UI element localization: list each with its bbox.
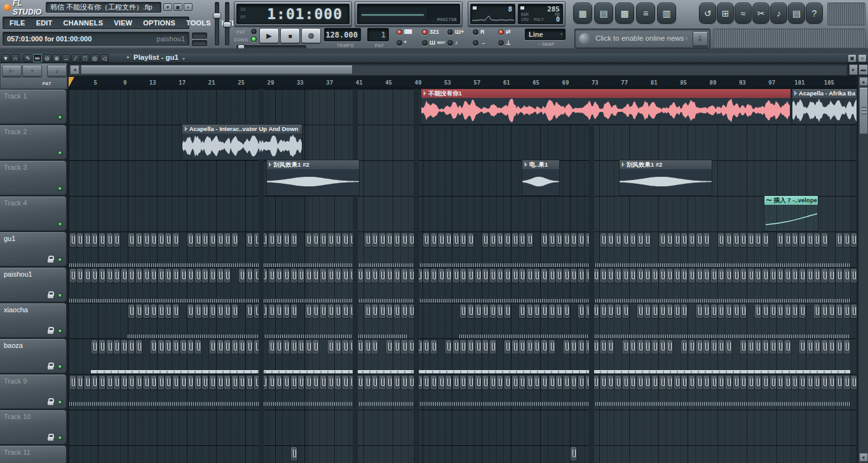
pattern-clip[interactable]: [822, 376, 827, 389]
metronome[interactable]: ♪: [447, 39, 458, 46]
pattern-clip[interactable]: [394, 340, 400, 354]
pattern-clip[interactable]: [158, 269, 164, 282]
step-sequencer-button[interactable]: ▤: [594, 3, 613, 24]
audio-clip[interactable]: ⊦ 刮风效果1 #2: [267, 160, 359, 195]
pl-restore-button[interactable]: ▣: [848, 54, 857, 62]
pattern-clip[interactable]: [792, 269, 797, 282]
pattern-clip[interactable]: [660, 305, 665, 318]
pattern-clip[interactable]: [755, 233, 761, 247]
pattern-clip[interactable]: [733, 376, 739, 389]
pattern-clip[interactable]: [379, 376, 385, 389]
pattern-clip[interactable]: [822, 269, 827, 282]
magnet-tool-icon[interactable]: ∩: [11, 54, 20, 62]
track-header-track-4[interactable]: Track 4····: [0, 196, 67, 231]
pattern-picker-button[interactable]: ♪: [47, 65, 67, 77]
pattern-clip[interactable]: [652, 376, 658, 389]
pattern-clip[interactable]: [180, 340, 186, 354]
pattern-clip[interactable]: [829, 376, 834, 389]
audio-clip[interactable]: ⊦ Acapella - Afrika Ba: [792, 89, 857, 124]
menu-item-tools[interactable]: TOOLS: [185, 19, 212, 27]
clip-header[interactable]: ⊦ 不能没有你1: [421, 89, 790, 98]
pattern-clip[interactable]: [475, 340, 481, 354]
track-enable-led[interactable]: [58, 151, 62, 155]
edison-button[interactable]: ✂: [752, 3, 770, 24]
track-lane-track-1[interactable]: ⊦ 不能没有你1⊦ Acapella - Afrika Ba: [69, 89, 857, 125]
pattern-clip[interactable]: [637, 305, 643, 318]
pattern-clip[interactable]: [202, 376, 208, 389]
pattern-clip[interactable]: [283, 340, 289, 354]
clip-body[interactable]: [421, 98, 790, 124]
pattern-clip[interactable]: [814, 305, 820, 318]
pattern-clip[interactable]: [144, 305, 149, 318]
playlist-button[interactable]: ▦: [573, 3, 592, 24]
pattern-clip[interactable]: [711, 305, 717, 318]
pattern-clip[interactable]: [335, 376, 341, 389]
pattern-clip[interactable]: [527, 305, 532, 318]
song-mode-led[interactable]: [251, 36, 257, 42]
pattern-clip[interactable]: [386, 233, 392, 247]
pattern-clip[interactable]: [829, 305, 834, 318]
pattern-clip[interactable]: [777, 305, 783, 318]
clip-header[interactable]: ⊦ 刮风效果1 #2: [267, 160, 359, 169]
pattern-clip[interactable]: [667, 269, 672, 282]
pattern-clip[interactable]: [519, 269, 525, 282]
clip-body[interactable]: [182, 134, 302, 160]
pattern-clip[interactable]: [468, 340, 473, 354]
pattern-clip[interactable]: [571, 376, 576, 389]
pattern-clip[interactable]: [239, 376, 245, 389]
pattern-clip[interactable]: [445, 233, 451, 247]
pattern-clip[interactable]: [497, 305, 503, 318]
pattern-clip[interactable]: [836, 269, 842, 282]
step-edit[interactable]: *: [397, 39, 407, 46]
pattern-clip[interactable]: [556, 269, 562, 282]
pattern-clip[interactable]: [372, 340, 377, 354]
pattern-clip[interactable]: [615, 376, 621, 389]
overdub[interactable]: →: [473, 39, 486, 46]
clip-body[interactable]: [620, 169, 712, 195]
track-header-track-9[interactable]: Track 9····: [0, 374, 67, 409]
pattern-clip[interactable]: [151, 340, 156, 354]
pattern-clip[interactable]: [689, 376, 695, 389]
pattern-clip[interactable]: [703, 233, 709, 247]
track-header-paishou1[interactable]: paishou1····: [0, 267, 67, 302]
pattern-clip[interactable]: [814, 376, 820, 389]
pattern-clip[interactable]: [600, 340, 606, 354]
pattern-clip[interactable]: [799, 233, 805, 247]
pattern-clip[interactable]: [306, 376, 311, 389]
pattern-clip[interactable]: [600, 269, 606, 282]
news-bar[interactable]: Click to enable online news ▼ ⇩: [574, 29, 710, 48]
pattern-clip[interactable]: [365, 233, 370, 247]
pattern-clip[interactable]: [777, 340, 783, 354]
pattern-clip[interactable]: [836, 305, 842, 318]
pattern-clip[interactable]: [623, 376, 628, 389]
pattern-clip[interactable]: [696, 233, 702, 247]
pattern-clip[interactable]: [468, 269, 473, 282]
draw-tool-icon[interactable]: ✎: [24, 54, 32, 62]
pattern-clip[interactable]: [703, 376, 709, 389]
render-button[interactable]: ≈: [735, 3, 752, 24]
pattern-clip[interactable]: [637, 233, 643, 247]
close-button[interactable]: ×: [184, 3, 193, 11]
pattern-clip[interactable]: [630, 340, 635, 354]
track-lock-icon[interactable]: [47, 329, 54, 335]
pattern-clip[interactable]: [696, 305, 702, 318]
pattern-clip[interactable]: [335, 269, 341, 282]
loop-mode-led[interactable]: [498, 29, 504, 35]
pattern-clip[interactable]: [822, 233, 827, 247]
pattern-clip[interactable]: [497, 376, 503, 389]
record-audio-button[interactable]: ♪: [770, 3, 787, 24]
pattern-clip[interactable]: [217, 233, 223, 247]
pattern-clip[interactable]: [151, 376, 156, 389]
pattern-clip[interactable]: [490, 376, 496, 389]
pattern-clip[interactable]: [807, 376, 813, 389]
pattern-clip[interactable]: [777, 269, 783, 282]
pattern-clip[interactable]: [644, 269, 650, 282]
pattern-clip[interactable]: [394, 269, 400, 282]
pattern-clip[interactable]: [365, 305, 370, 318]
pattern-clip[interactable]: [637, 340, 643, 354]
pattern-clip[interactable]: [460, 305, 466, 318]
pattern-clip[interactable]: [711, 269, 717, 282]
pattern-clip[interactable]: [770, 376, 776, 389]
pattern-clip[interactable]: [615, 233, 621, 247]
pattern-clip[interactable]: [674, 233, 680, 247]
